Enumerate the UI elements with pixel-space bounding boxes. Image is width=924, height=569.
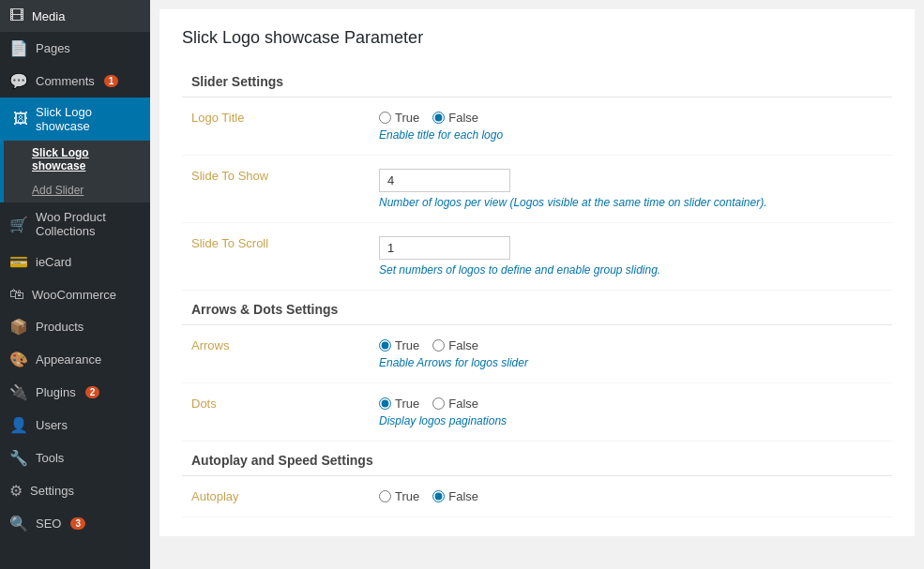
field-value-autoplay: TrueFalse bbox=[370, 476, 892, 517]
input-slide-to-scroll[interactable] bbox=[379, 236, 510, 260]
field-desc-logo-title: Enable title for each logo bbox=[379, 128, 883, 142]
radio-label-arrows-false[interactable]: False bbox=[432, 338, 478, 352]
settings-table-autoplay-speed-settings: AutoplayTrueFalse bbox=[182, 476, 892, 517]
users-icon: 👤 bbox=[9, 416, 28, 434]
radio-label-logo-title-true[interactable]: True bbox=[379, 111, 419, 125]
field-desc-dots: Display logos paginations bbox=[379, 414, 883, 427]
comments-icon: 💬 bbox=[9, 72, 28, 90]
field-row-dots: DotsTrueFalseDisplay logos paginations bbox=[182, 383, 892, 442]
sidebar-item-comments[interactable]: 💬Comments1 bbox=[0, 65, 150, 97]
sidebar-label: Users bbox=[36, 418, 68, 432]
main-content: Slick Logo showcase Parameter Slider Set… bbox=[150, 0, 924, 569]
settings-icon: ⚙ bbox=[9, 482, 23, 500]
field-row-autoplay: AutoplayTrueFalse bbox=[182, 476, 892, 517]
appearance-icon: 🎨 bbox=[9, 351, 28, 368]
field-label-autoplay: Autoplay bbox=[182, 476, 370, 517]
sidebar-item-plugins[interactable]: 🔌Plugins2 bbox=[0, 376, 150, 409]
badge-plugins: 2 bbox=[85, 386, 100, 398]
iecard-icon: 💳 bbox=[9, 253, 28, 271]
field-label-dots: Dots bbox=[182, 383, 370, 442]
sidebar-item-iecard[interactable]: 💳ieCard bbox=[0, 246, 150, 278]
field-row-slide-to-show: Slide To ShowNumber of logos per view (L… bbox=[182, 156, 892, 223]
media-icon: 🎞 bbox=[9, 7, 24, 24]
sidebar-label: Tools bbox=[36, 451, 64, 465]
sidebar-label: Settings bbox=[30, 484, 74, 498]
field-desc-arrows: Enable Arrows for logos slider bbox=[379, 356, 883, 369]
field-label-slide-to-scroll: Slide To Scroll bbox=[182, 223, 370, 291]
sidebar-label: Plugins bbox=[36, 385, 76, 399]
sidebar: 🎞Media📄Pages💬Comments1🖼Slick Logo showca… bbox=[0, 0, 150, 569]
sidebar-item-tools[interactable]: 🔧Tools bbox=[0, 442, 150, 474]
sidebar-item-woo-product-collections[interactable]: 🛒Woo Product Collections bbox=[0, 202, 150, 246]
field-label-logo-title: Logo Title bbox=[182, 97, 370, 156]
radio-input-logo-title-false[interactable] bbox=[432, 112, 445, 124]
radio-label-dots-false[interactable]: False bbox=[432, 397, 478, 411]
radio-label-logo-title-false[interactable]: False bbox=[432, 111, 478, 125]
woocommerce-icon: 🛍 bbox=[9, 286, 24, 303]
sidebar-label: Slick Logo showcase bbox=[36, 105, 141, 133]
slick-logo-showcase-icon: 🖼 bbox=[13, 111, 28, 127]
radio-input-dots-false[interactable] bbox=[432, 397, 445, 410]
input-slide-to-show[interactable] bbox=[379, 169, 510, 192]
field-row-logo-title: Logo TitleTrueFalseEnable title for each… bbox=[182, 97, 892, 156]
radio-input-arrows-false[interactable] bbox=[432, 339, 445, 352]
field-row-arrows: ArrowsTrueFalseEnable Arrows for logos s… bbox=[182, 325, 892, 383]
sidebar-item-seo[interactable]: 🔍SEO3 bbox=[0, 507, 150, 540]
settings-table-arrows-dots-settings: ArrowsTrueFalseEnable Arrows for logos s… bbox=[182, 325, 892, 442]
field-value-arrows: TrueFalseEnable Arrows for logos slider bbox=[370, 325, 892, 383]
radio-input-logo-title-true[interactable] bbox=[379, 112, 391, 124]
sidebar-label: Products bbox=[36, 320, 83, 334]
sidebar-item-users[interactable]: 👤Users bbox=[0, 409, 150, 442]
radio-label-arrows-true[interactable]: True bbox=[379, 338, 419, 352]
field-desc-slide-to-show: Number of logos per view (Logos visible … bbox=[379, 196, 883, 209]
sidebar-item-media[interactable]: 🎞Media bbox=[0, 0, 150, 32]
radio-input-autoplay-true[interactable] bbox=[379, 490, 391, 502]
sidebar-item-pages[interactable]: 📄Pages bbox=[0, 32, 150, 65]
sidebar-item-slick-logo-showcase-group: 🖼Slick Logo showcaseSlick Logo showcaseA… bbox=[0, 97, 150, 202]
sidebar-subitem-slick-logo-parent[interactable]: Slick Logo showcase bbox=[4, 141, 150, 178]
section-title-slider-settings: Slider Settings bbox=[182, 63, 892, 97]
sidebar-label: WooCommerce bbox=[32, 288, 116, 302]
sidebar-label: Pages bbox=[36, 41, 70, 55]
woo-product-collections-icon: 🛒 bbox=[9, 216, 28, 233]
radio-label-autoplay-false[interactable]: False bbox=[432, 489, 478, 503]
radio-input-arrows-true[interactable] bbox=[379, 339, 391, 352]
products-icon: 📦 bbox=[9, 318, 28, 336]
settings-table-slider-settings: Logo TitleTrueFalseEnable title for each… bbox=[182, 97, 892, 291]
sidebar-item-products[interactable]: 📦Products bbox=[0, 310, 150, 343]
radio-group-arrows: TrueFalse bbox=[379, 338, 883, 352]
page-title: Slick Logo showcase Parameter bbox=[182, 28, 892, 48]
tools-icon: 🔧 bbox=[9, 449, 28, 467]
badge-comments: 1 bbox=[104, 75, 119, 87]
sidebar-item-slick-logo-showcase[interactable]: 🖼Slick Logo showcase bbox=[4, 97, 150, 141]
radio-group-autoplay: TrueFalse bbox=[379, 489, 883, 503]
field-value-slide-to-show: Number of logos per view (Logos visible … bbox=[370, 156, 892, 223]
radio-label-dots-true[interactable]: True bbox=[379, 397, 419, 411]
sidebar-label: Comments bbox=[36, 74, 95, 88]
sidebar-item-woocommerce[interactable]: 🛍WooCommerce bbox=[0, 278, 150, 310]
radio-input-autoplay-false[interactable] bbox=[432, 490, 445, 502]
pages-icon: 📄 bbox=[9, 39, 28, 57]
sidebar-label: Woo Product Collections bbox=[36, 210, 141, 238]
radio-label-autoplay-true[interactable]: True bbox=[379, 489, 419, 503]
field-value-logo-title: TrueFalseEnable title for each logo bbox=[370, 97, 892, 156]
plugins-icon: 🔌 bbox=[9, 383, 28, 401]
section-title-arrows-dots-settings: Arrows & Dots Settings bbox=[182, 291, 892, 325]
sidebar-label: ieCard bbox=[36, 255, 71, 269]
sidebar-subitem-add-slider[interactable]: Add Slider bbox=[4, 178, 150, 202]
sidebar-item-settings[interactable]: ⚙Settings bbox=[0, 474, 150, 507]
field-label-slide-to-show: Slide To Show bbox=[182, 156, 370, 223]
radio-group-dots: TrueFalse bbox=[379, 397, 883, 411]
badge-seo: 3 bbox=[70, 517, 85, 530]
radio-input-dots-true[interactable] bbox=[379, 397, 391, 410]
sidebar-item-appearance[interactable]: 🎨Appearance bbox=[0, 343, 150, 376]
sidebar-label: SEO bbox=[36, 517, 61, 531]
sidebar-label: Media bbox=[32, 9, 65, 23]
field-value-slide-to-scroll: Set numbers of logos to define and enabl… bbox=[370, 223, 892, 291]
field-desc-slide-to-scroll: Set numbers of logos to define and enabl… bbox=[379, 263, 883, 277]
section-title-autoplay-speed-settings: Autoplay and Speed Settings bbox=[182, 442, 892, 476]
field-label-arrows: Arrows bbox=[182, 325, 370, 383]
sidebar-label: Appearance bbox=[36, 352, 101, 367]
field-value-dots: TrueFalseDisplay logos paginations bbox=[370, 383, 892, 442]
field-row-slide-to-scroll: Slide To ScrollSet numbers of logos to d… bbox=[182, 223, 892, 291]
